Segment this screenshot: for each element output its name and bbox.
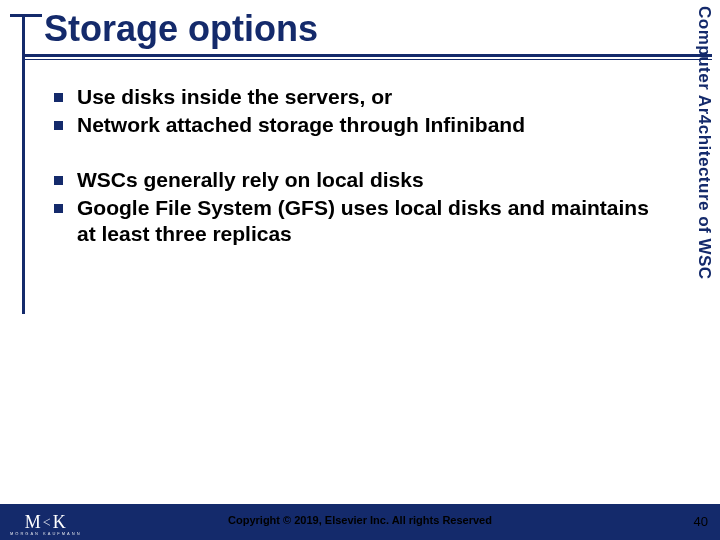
title-area: Storage options	[0, 8, 720, 68]
square-bullet-icon	[54, 204, 63, 213]
bullet-text: WSCs generally rely on local disks	[77, 167, 424, 193]
slide: Storage options Computer Ar4chitecture o…	[0, 0, 720, 540]
sidebar-section-label: Computer Ar4chitecture of WSC	[690, 6, 714, 306]
list-item: Use disks inside the servers, or	[54, 84, 672, 110]
bullet-group: WSCs generally rely on local disks Googl…	[54, 167, 672, 248]
list-item: Network attached storage through Infinib…	[54, 112, 672, 138]
title-rule-top	[10, 14, 42, 17]
square-bullet-icon	[54, 121, 63, 130]
bullet-group: Use disks inside the servers, or Network…	[54, 84, 672, 139]
page-number: 40	[694, 514, 708, 529]
title-underline-thin	[22, 59, 712, 60]
bullet-text: Use disks inside the servers, or	[77, 84, 392, 110]
footer-bar: M < K MORGAN KAUFMANN Copyright © 2019, …	[0, 504, 720, 540]
bullet-text: Network attached storage through Infinib…	[77, 112, 525, 138]
list-item: Google File System (GFS) uses local disk…	[54, 195, 672, 248]
list-item: WSCs generally rely on local disks	[54, 167, 672, 193]
square-bullet-icon	[54, 93, 63, 102]
square-bullet-icon	[54, 176, 63, 185]
copyright-text: Copyright © 2019, Elsevier Inc. All righ…	[0, 514, 720, 526]
bullet-text: Google File System (GFS) uses local disk…	[77, 195, 672, 248]
logo-subtext: MORGAN KAUFMANN	[10, 532, 82, 536]
title-underline	[22, 54, 712, 57]
slide-title: Storage options	[44, 8, 318, 50]
slide-body: Use disks inside the servers, or Network…	[54, 84, 672, 275]
